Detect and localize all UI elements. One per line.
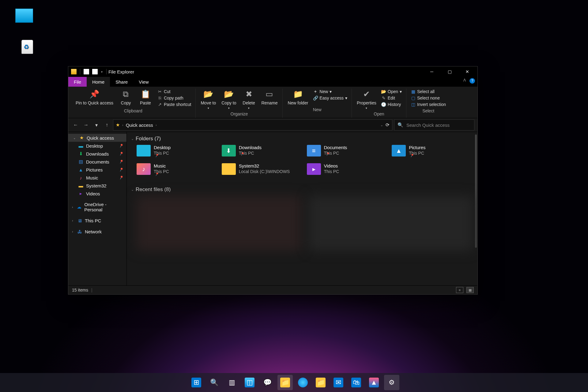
move-to-button[interactable]: 📂Move to▾ [198,89,218,111]
chevron-down-icon[interactable]: ▾ [101,70,103,74]
titlebar[interactable]: ▾ File Explorer ─ ▢ ✕ [68,66,477,77]
folder-icon [222,163,236,175]
new-item-button[interactable]: ✦New ▾ [311,89,349,95]
edge-icon [298,378,308,387]
copy-to-button[interactable]: 📂Copy to▾ [219,89,239,111]
new-folder-button[interactable]: 📁New folder [285,89,311,106]
refresh-button[interactable]: ⟳ [386,122,390,128]
ribbon-group-open: ✔Properties▾ 📂Open ▾ ✎Edit 🕘History Open [352,89,406,118]
folder-icon: ▲ [392,145,406,156]
paste-button[interactable]: 📋Paste [136,89,155,106]
open-button[interactable]: 📂Open ▾ [379,89,404,95]
chevron-right-icon[interactable]: › [71,230,74,233]
sidebar-item-system32[interactable]: ▬System32 [68,182,126,190]
close-button[interactable]: ✕ [458,66,476,77]
delete-button[interactable]: ✖Delete▾ [239,89,258,111]
taskbar-app[interactable]: 📁 [313,375,328,390]
invert-selection-button[interactable]: ◫Invert selection [409,101,448,107]
sidebar-item-music[interactable]: ♪Music📍 [68,174,126,182]
address-bar[interactable]: ★ › Quick access › ⌄ ⟳ [113,119,392,130]
sidebar-quick-access[interactable]: ⌄★Quick access [68,134,126,142]
label: Open [388,89,398,94]
copyto-icon: 📂 [224,89,234,99]
moveto-icon: 📂 [203,89,213,99]
easyaccess-icon: 🔗 [313,96,318,100]
select-none-button[interactable]: ▢Select none [409,95,448,101]
sidebar-item-videos[interactable]: ▸Videos [68,190,126,198]
recent-header[interactable]: ⌄Recent files (8) [131,185,473,196]
folder-item[interactable]: DesktopThis PC📍 [137,145,218,161]
sidebar-onedrive[interactable]: ›☁OneDrive - Personal [68,201,126,213]
help-button[interactable]: ? [469,78,475,84]
sidebar-network[interactable]: ›🖧Network [68,228,126,236]
tab-home[interactable]: Home [87,77,110,87]
sidebar-thispc[interactable]: ›🖥This PC [68,217,126,224]
photos-button[interactable]: ▲ [366,375,382,390]
content-pane[interactable]: ⌄Folders (7) DesktopThis PC📍 ⬇ Downloads… [127,132,477,285]
cut-button[interactable]: ✂Cut [156,89,193,95]
details-view-button[interactable]: ≡ [456,287,463,293]
dropdown-icon[interactable]: ⌄ [380,123,383,127]
mail-button[interactable]: ✉ [331,375,346,390]
sidebar-item-documents[interactable]: ▤Documents📍 [68,158,126,166]
folder-icon: 📁 [316,378,326,387]
folder-item[interactable]: ▲ PicturesThis PC📍 [392,145,473,161]
search-box[interactable]: 🔍 Search Quick access [394,119,474,130]
folder-icon[interactable] [92,69,98,74]
properties-button[interactable]: ✔Properties▾ [354,89,379,111]
start-button[interactable]: ⊞ [189,375,204,390]
edge-button[interactable] [295,375,311,390]
taskview-button[interactable]: ▥ [224,375,239,390]
easy-access-button[interactable]: 🔗Easy access ▾ [311,95,349,101]
label: Recent files (8) [136,187,171,193]
store-button[interactable]: 🛍 [349,375,364,390]
minimize-button[interactable]: ─ [423,66,441,77]
folder-item[interactable]: ⬇ DownloadsThis PC📍 [222,145,303,161]
desktop-icon-thispc[interactable] [12,9,36,24]
tab-view[interactable]: View [133,77,154,87]
document-icon[interactable] [84,69,89,74]
pin-quick-access-button[interactable]: 📌Pin to Quick access [73,89,116,106]
rename-button[interactable]: ▭Rename [259,89,280,106]
icons-view-button[interactable]: ▦ [466,287,474,293]
maximize-button[interactable]: ▢ [441,66,458,77]
taskbar[interactable]: ⊞ 🔍 ▥ ◫ 💬 📁 📁 ✉ 🛍 ▲ ⚙ [0,373,588,392]
cut-icon: ✂ [157,89,162,94]
edit-button[interactable]: ✎Edit [379,95,404,101]
chevron-right-icon[interactable]: › [71,219,74,222]
copy-path-button[interactable]: ⎘Copy path [156,95,193,101]
search-button[interactable]: 🔍 [206,375,222,390]
scrollbar[interactable] [475,134,477,248]
paste-shortcut-button[interactable]: ↗Paste shortcut [156,101,193,107]
folder-item[interactable]: ≡ DocumentsThis PC📍 [307,145,388,161]
ribbon-group-organize: 📂Move to▾ 📂Copy to▾ ✖Delete▾ ▭Rename Org… [196,89,283,118]
history-button[interactable]: 🕘History [379,101,404,107]
select-all-button[interactable]: ▦Select all [409,89,448,95]
sidebar-item-pictures[interactable]: ▲Pictures📍 [68,166,126,174]
tab-file[interactable]: File [68,77,87,87]
desktop-icon-recycle[interactable] [15,40,39,55]
chevron-right-icon[interactable]: › [71,205,74,209]
forward-button[interactable]: → [82,121,90,129]
folders-header[interactable]: ⌄Folders (7) [131,134,473,145]
up-button[interactable]: ↑ [103,121,111,129]
label: Paste [140,100,151,105]
label: Copy [121,100,131,105]
chat-button[interactable]: 💬 [260,375,275,390]
folder-item[interactable]: ♪ MusicThis PC📍 [137,163,218,179]
collapse-ribbon-button[interactable]: ᐱ [463,78,466,82]
sidebar-item-downloads[interactable]: ⬇Downloads📍 [68,150,126,158]
tab-share[interactable]: Share [110,77,133,87]
folder-item[interactable]: ▸ VideosThis PC [307,163,388,179]
folder-item[interactable]: System32Local Disk (C:)\WINDOWS [222,163,303,179]
back-button[interactable]: ← [71,121,80,129]
widgets-button[interactable]: ◫ [242,375,257,390]
label: Music [86,175,98,180]
copy-button[interactable]: ⧉Copy [116,89,135,106]
chevron-down-icon[interactable]: ⌄ [73,136,76,140]
settings-button[interactable]: ⚙ [384,375,399,390]
sidebar-item-desktop[interactable]: ▬Desktop📍 [68,142,126,150]
explorer-button[interactable]: 📁 [277,375,293,390]
recent-dropdown[interactable]: ▾ [92,121,101,129]
invert-icon: ◫ [411,102,416,107]
